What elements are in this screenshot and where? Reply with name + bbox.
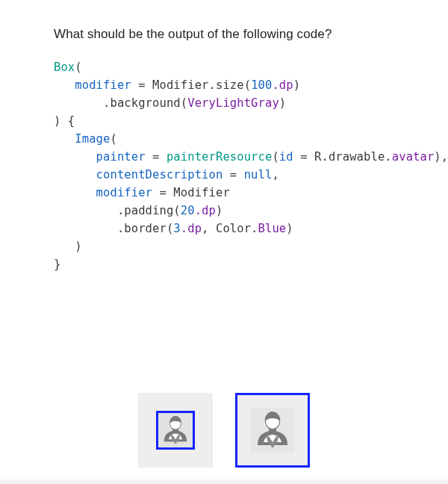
tok-100: 100: [251, 78, 272, 92]
tok-eq5: =: [152, 186, 173, 199]
avatar-icon: [158, 413, 193, 447]
tok-painter: painter: [96, 150, 146, 164]
tok-blue: Blue: [258, 222, 287, 235]
option-a-border: [156, 411, 195, 450]
tok-avatar: avatar: [392, 150, 435, 164]
tok-box: Box: [54, 60, 75, 74]
tok-eq3: =: [293, 150, 314, 164]
answer-options: [0, 393, 448, 468]
option-b-box: [235, 393, 310, 468]
option-a-box: [138, 393, 213, 468]
tok-colorpre: , Color.: [202, 222, 258, 235]
tok-bor: .border(: [117, 222, 173, 235]
tok-r: R.drawable.: [314, 150, 392, 164]
code-block: Box( modifier = Modifier.size(100.dp) .b…: [54, 58, 412, 273]
tok-modifier: modifier: [75, 78, 131, 92]
tok-null: null: [244, 168, 273, 182]
tok-3: 3: [173, 222, 180, 235]
option-a[interactable]: [138, 393, 213, 468]
tok-dp2: .dp: [195, 204, 216, 217]
tok-dp1: .dp: [272, 78, 293, 92]
avatar-icon: [250, 408, 295, 453]
option-b[interactable]: [235, 393, 310, 468]
tok-Modifier: Modifier: [152, 78, 208, 92]
tok-vlg: VeryLightGray: [187, 96, 279, 110]
tok-20: 20: [181, 204, 195, 217]
tok-pres: painterResource: [167, 150, 272, 164]
tok-size: .size(: [209, 78, 252, 92]
option-b-pad: [250, 408, 295, 453]
tok-pad: .padding(: [117, 204, 181, 217]
tok-bg: .background(: [103, 96, 187, 110]
bottom-divider: [0, 480, 448, 484]
tok-Modifier2: Modifier: [173, 186, 229, 199]
question-text: What should be the output of the followi…: [54, 27, 412, 42]
tok-cd: contentDescription: [96, 168, 223, 182]
tok-eq2: =: [146, 150, 167, 164]
tok-image: Image: [75, 132, 110, 146]
tok-modifier2: modifier: [96, 186, 152, 199]
tok-id: id: [279, 150, 293, 164]
tok-eq: =: [131, 78, 152, 92]
tok-dp3: .dp: [181, 222, 202, 235]
tok-eq4: =: [223, 168, 243, 182]
